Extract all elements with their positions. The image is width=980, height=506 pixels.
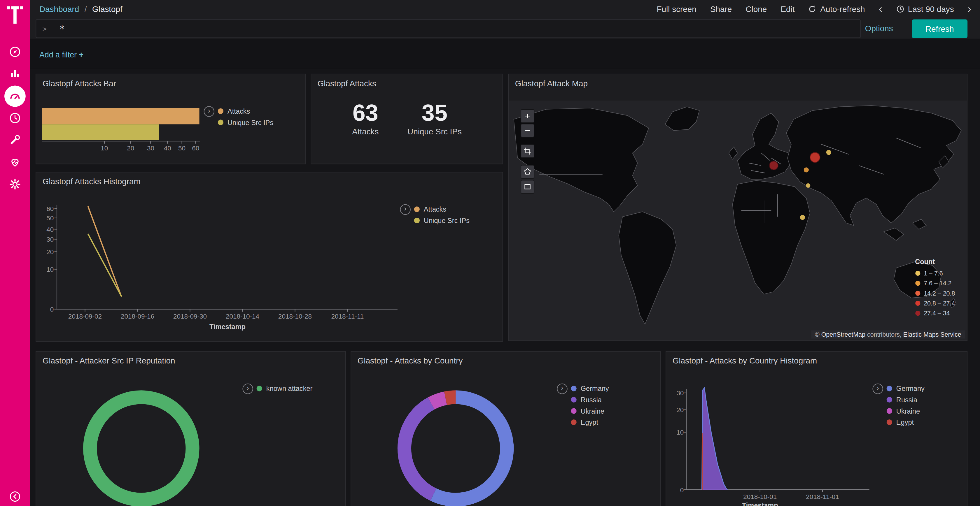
heartbeat-icon: [9, 156, 21, 169]
panel-glastopf-attacks-metric: Glastopf Attacks 63 Attacks 35 Unique Sr…: [310, 74, 503, 164]
bar-unique-src-ips[interactable]: [42, 124, 159, 140]
map-dot: [804, 167, 809, 172]
legend-toggle-button[interactable]: ›: [557, 384, 567, 394]
legend-item-egypt[interactable]: Egypt: [886, 417, 924, 428]
legend-dot-icon: [218, 108, 224, 114]
telekom-t-logo: [7, 6, 23, 26]
metric-value: 35: [407, 101, 462, 126]
donut-slice-known-attacker[interactable]: [90, 397, 192, 500]
map-dot: [810, 152, 820, 162]
legend-toggle-button[interactable]: ›: [872, 384, 883, 394]
legend-dot-icon: [218, 119, 224, 125]
legend-item-unique-src-ips[interactable]: Unique Src IPs: [414, 215, 470, 226]
metric-value: 63: [352, 101, 379, 126]
refresh-button[interactable]: Refresh: [912, 19, 967, 38]
sidebar-item-dev-tools[interactable]: [5, 129, 25, 151]
world-map[interactable]: + − Count 1 – 7.6 7.6 – 14.2: [509, 101, 967, 341]
share-button[interactable]: Share: [710, 4, 732, 13]
map-attribution: © OpenStreetMap contributors, Elastic Ma…: [811, 330, 965, 339]
x-tick: 2018-11-01: [800, 493, 845, 500]
y-tick: 40: [38, 225, 54, 233]
breadcrumb-dashboard-link[interactable]: Dashboard: [40, 5, 79, 14]
legend-dot-icon: [256, 385, 262, 392]
sidebar-item-visualize[interactable]: [5, 62, 25, 84]
legend-dot-icon: [571, 408, 577, 414]
x-tick: 20: [121, 144, 140, 152]
sidebar-item-timelion[interactable]: [5, 108, 25, 129]
sidebar-item-monitoring[interactable]: [5, 152, 25, 173]
query-value: *: [59, 24, 65, 33]
map-zoom-in-button[interactable]: +: [520, 109, 535, 123]
add-filter-button[interactable]: Add a filter +: [40, 51, 83, 59]
edit-button[interactable]: Edit: [781, 4, 794, 13]
legend-item-russia[interactable]: Russia: [571, 394, 609, 405]
donut-chart: [36, 352, 345, 506]
panel-glastopf-attacks-histogram: Glastopf Attacks Histogram 60 50 40 30 2…: [36, 172, 503, 342]
query-options-button[interactable]: Options: [865, 24, 893, 33]
y-tick: 10: [38, 265, 54, 273]
legend-item-germany[interactable]: Germany: [571, 383, 609, 394]
legend-toggle-button[interactable]: ›: [242, 384, 253, 394]
collapse-circle-icon: [9, 490, 21, 503]
legend-toggle-button[interactable]: ›: [400, 204, 410, 215]
legend-item-egypt[interactable]: Egypt: [571, 417, 609, 428]
query-input[interactable]: >_ *: [36, 19, 861, 38]
chart-legend: › Germany Russia Ukraine Egypt: [872, 383, 924, 428]
elastic-maps-service-link[interactable]: Elastic Maps Service: [903, 331, 961, 338]
legend-item-unique-src-ips[interactable]: Unique Src IPs: [218, 117, 274, 128]
auto-refresh-button[interactable]: Auto-refresh: [808, 4, 865, 13]
chart-legend: › Attacks Unique Src IPs: [204, 106, 274, 128]
legend-row: 1 – 7.6: [915, 268, 955, 278]
panel-attacks-by-country-histogram: Glastopf - Attacks by Country Histogram …: [666, 351, 967, 506]
legend-toggle-button[interactable]: ›: [204, 106, 215, 117]
legend-item-russia[interactable]: Russia: [886, 394, 924, 405]
legend-item-attacks[interactable]: Attacks: [414, 204, 470, 215]
bar-attacks[interactable]: [42, 108, 199, 124]
legend-item-ukraine[interactable]: Ukraine: [886, 405, 924, 417]
clone-button[interactable]: Clone: [746, 4, 767, 13]
legend-item-ukraine[interactable]: Ukraine: [571, 405, 609, 417]
panel-attacker-src-ip-reputation: Glastopf - Attacker Src IP Reputation › …: [36, 351, 346, 506]
x-axis-title: Timestamp: [202, 323, 252, 330]
metric-label: Unique Src IPs: [407, 127, 462, 136]
sidebar-item-dashboard-active[interactable]: [5, 86, 25, 107]
panel-glastopf-attacks-bar: Glastopf Attacks Bar 10 20 30 40 50 60 ›…: [36, 74, 305, 164]
legend-item-attacks[interactable]: Attacks: [218, 106, 274, 117]
chart-legend: › Attacks Unique Src IPs: [400, 204, 469, 226]
y-tick: 50: [38, 214, 54, 222]
metric-unique-src-ips: 35 Unique Src IPs: [407, 101, 462, 136]
map-crop-tool-button[interactable]: [520, 144, 535, 158]
legend-item-known-attacker[interactable]: known attacker: [256, 383, 313, 394]
map-zoom-out-button[interactable]: −: [520, 124, 535, 137]
map-dot: [826, 150, 831, 155]
sidebar-item-management[interactable]: [5, 174, 25, 195]
legend-item-germany[interactable]: Germany: [886, 383, 924, 394]
time-range-picker[interactable]: Last 90 days: [896, 4, 954, 13]
legend-dot-icon: [915, 270, 921, 276]
legend-dot-icon: [414, 206, 420, 212]
map-draw-polygon-button[interactable]: [520, 165, 535, 179]
x-tick: 30: [141, 144, 160, 152]
gear-icon: [9, 178, 21, 190]
sidebar-collapse-button[interactable]: [5, 486, 25, 506]
openstreetmap-link[interactable]: OpenStreetMap: [821, 331, 865, 338]
time-range-back-button[interactable]: ‹: [879, 3, 882, 14]
gauge-icon: [9, 90, 21, 103]
time-range-forward-button[interactable]: ›: [968, 3, 971, 14]
y-tick: 30: [38, 235, 54, 243]
kibana-dashboard-app: Dashboard / Glastopf Full screen Share C…: [0, 0, 980, 506]
map-dot: [769, 161, 778, 170]
chart-legend: › Germany Russia Ukraine Egypt: [557, 383, 609, 428]
x-tick: 2018-10-28: [273, 312, 317, 320]
sidebar-item-discover[interactable]: [5, 41, 25, 62]
legend-row: 20.8 – 27.4: [915, 298, 955, 308]
legend-row: 14.2 – 20.8: [915, 288, 955, 298]
y-tick: 10: [669, 428, 684, 436]
legend-dot-icon: [915, 280, 921, 286]
map-draw-rectangle-button[interactable]: [520, 180, 535, 194]
full-screen-button[interactable]: Full screen: [657, 4, 697, 13]
panel-title: Glastopf Attacks: [318, 79, 376, 88]
metric-attacks: 63 Attacks: [352, 101, 379, 136]
donut-chart: [351, 352, 660, 506]
panel-title: Glastopf Attack Map: [515, 79, 588, 88]
